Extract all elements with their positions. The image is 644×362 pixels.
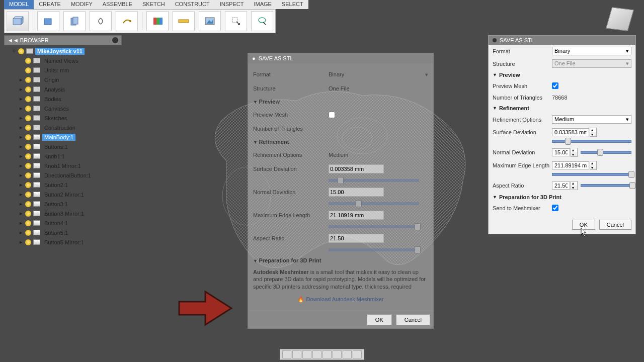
lightbulb-icon[interactable] [25,125,31,131]
tree-item[interactable]: ▸Construction [10,123,122,132]
aspect-slider[interactable] [581,184,631,187]
c-preview-section[interactable]: Preview [253,96,428,108]
c-aspect-slider[interactable] [329,248,419,251]
c-edge-slider[interactable] [329,225,419,228]
tool-material-icon[interactable] [146,11,169,31]
preview-mesh-check[interactable] [552,82,558,89]
stl-panel-header[interactable]: SAVE AS STL [489,36,635,45]
tree-item[interactable]: ▸Button2 Mirror:1 [10,190,122,199]
c-surface-dev-input[interactable] [329,164,384,173]
browser-collapse-icon[interactable] [112,37,118,43]
lightbulb-icon[interactable] [25,201,31,207]
nav-grid-icon[interactable] [343,350,352,358]
lightbulb-icon[interactable] [25,86,31,93]
lightbulb-icon[interactable] [25,96,31,102]
tree-item[interactable]: ▸Canvases [10,104,122,113]
nav-views-icon[interactable] [353,350,362,358]
c-prep-section[interactable]: Preparation for 3D Print [253,254,428,266]
tool-sweep-icon[interactable] [116,11,138,31]
menu-sketch[interactable]: SKETCH [137,0,170,9]
surface-dev-slider[interactable] [552,140,631,143]
tool-primitive-icon[interactable] [37,11,59,31]
tree-item[interactable]: ▸Knob1:1 [10,151,122,161]
nav-zoom-icon[interactable] [302,350,311,358]
tree-item[interactable]: ▸DirectionalButton:1 [10,170,122,180]
c-normal-slider[interactable] [329,202,419,205]
nav-look-icon[interactable] [323,350,332,358]
c-format-value[interactable]: Binary [329,71,344,77]
lightbulb-icon[interactable] [25,192,31,198]
c-refine-opts-value[interactable]: Medium [329,152,348,158]
lightbulb-icon[interactable] [25,182,31,188]
browser-header[interactable]: ◄◄ BROWSER [4,35,122,45]
format-dropdown[interactable]: Binary▾ [552,47,631,55]
menu-image[interactable]: IMAGE [249,0,276,9]
tree-item[interactable]: ▸Origin [10,75,122,84]
tree-item[interactable]: ▸Sketches [10,113,122,123]
c-max-edge-input[interactable] [329,211,384,220]
lightbulb-icon[interactable] [25,106,31,112]
menu-construct[interactable]: CONSTRUCT [170,0,215,9]
lightbulb-icon[interactable] [25,67,31,73]
menu-modify[interactable]: MODIFY [66,0,98,9]
tree-item[interactable]: ▸Button5:1 [10,228,122,237]
send-meshmixer-check[interactable] [552,205,558,211]
tree-item[interactable]: ▸Button3:1 [10,199,122,209]
tool-box-icon[interactable] [7,11,29,31]
c-ok-button[interactable]: OK [367,314,392,325]
menu-model[interactable]: MODEL [4,0,34,9]
nav-display-icon[interactable] [333,350,342,358]
surface-dev-input[interactable] [552,128,589,136]
c-preview-mesh-check[interactable] [329,112,335,118]
preview-section[interactable]: Preview [489,70,635,80]
nav-pan-icon[interactable] [292,350,301,358]
max-edge-input[interactable] [552,161,589,169]
tree-item[interactable]: ▸Button5 Mirror:1 [10,237,122,247]
surface-dev-spinner[interactable] [590,128,597,137]
tool-extrude-icon[interactable] [63,11,86,31]
lightbulb-icon[interactable] [25,172,31,178]
center-dialog-header[interactable]: ●SAVE AS STL [248,53,433,63]
c-cancel-button[interactable]: Cancel [396,314,430,325]
c-aspect-input[interactable] [329,234,384,243]
tree-item[interactable]: ▸Buttons:1 [10,142,122,151]
tree-item[interactable]: ▸Analysis [10,84,122,94]
max-edge-spinner[interactable] [590,161,597,170]
menu-select[interactable]: SELECT [277,0,308,9]
refinement-section[interactable]: Refinement [489,103,635,113]
view-cube[interactable] [609,8,634,33]
lightbulb-icon[interactable] [25,163,31,169]
tool-select-arrow-icon[interactable] [225,11,247,31]
normal-dev-spinner[interactable] [571,148,578,157]
aspect-input[interactable] [552,182,570,190]
menu-assemble[interactable]: ASSEMBLE [98,0,137,9]
lightbulb-icon[interactable] [25,58,31,64]
refine-opts-dropdown[interactable]: Medium▾ [552,115,631,124]
tool-revolve-icon[interactable] [90,11,112,31]
ok-button[interactable]: OK [572,220,595,230]
aspect-spinner[interactable] [571,181,578,190]
c-surface-slider[interactable] [329,179,419,182]
tree-item[interactable]: Units: mm [10,65,122,75]
lightbulb-icon[interactable] [25,220,31,226]
nav-orbit-icon[interactable] [282,350,291,358]
lightbulb-icon[interactable] [25,239,31,245]
max-edge-slider[interactable] [552,173,631,176]
c-refinement-section[interactable]: Refinement [253,136,428,148]
normal-dev-slider[interactable] [581,151,631,154]
tree-item[interactable]: ▸Button4:1 [10,218,122,228]
lightbulb-icon[interactable] [25,211,31,217]
lightbulb-icon[interactable] [25,230,31,236]
lightbulb-icon[interactable] [25,77,31,83]
cancel-button[interactable]: Cancel [599,220,631,230]
tool-image-icon[interactable] [199,11,221,31]
menu-inspect[interactable]: INSPECT [215,0,249,9]
tree-item[interactable]: ▸Bodies [10,94,122,104]
tree-item[interactable]: ▸Button2:1 [10,180,122,190]
c-normal-dev-input[interactable] [329,188,384,197]
tree-item[interactable]: ▸MainBody:1 [10,132,122,142]
tree-root[interactable]: ▿ MikeJoystick v11 [10,46,122,56]
lightbulb-icon[interactable] [25,115,31,121]
nav-fit-icon[interactable] [312,350,321,358]
tree-item[interactable]: ▸Knob1 Mirror:1 [10,161,122,170]
